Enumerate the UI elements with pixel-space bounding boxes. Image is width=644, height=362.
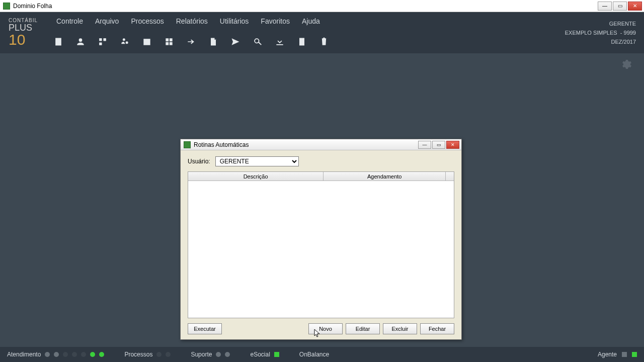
tool-calculator-icon[interactable] bbox=[294, 34, 310, 50]
editar-button[interactable]: Editar bbox=[346, 323, 380, 334]
outer-close-button[interactable]: ✕ bbox=[628, 2, 642, 11]
tool-document-icon[interactable] bbox=[205, 34, 221, 50]
toolbar bbox=[46, 30, 564, 53]
app-icon bbox=[3, 3, 10, 10]
tool-search-icon[interactable] bbox=[250, 34, 266, 50]
logo-line3: 10 bbox=[9, 32, 38, 47]
menu-arquivo[interactable]: Arquivo bbox=[89, 14, 125, 28]
dialog-maximize-button[interactable]: ▭ bbox=[432, 141, 445, 149]
user-select[interactable]: GERENTE bbox=[215, 156, 299, 166]
tool-building-icon[interactable] bbox=[50, 34, 66, 50]
status-suporte[interactable]: Suporte bbox=[191, 351, 230, 358]
gear-icon[interactable] bbox=[620, 58, 632, 70]
user-block: GERENTE EXEMPLO SIMPLES - 9999 DEZ/2017 bbox=[564, 12, 644, 53]
user-company-row: EXEMPLO SIMPLES - 9999 bbox=[565, 30, 636, 36]
tool-calendar-icon[interactable] bbox=[139, 34, 155, 50]
menu-controle[interactable]: Controle bbox=[50, 14, 89, 28]
status-esocial[interactable]: eSocial bbox=[250, 351, 279, 358]
grid-header: Descrição Agendamento bbox=[188, 172, 454, 181]
svg-rect-0 bbox=[99, 38, 102, 41]
menu-favoritos[interactable]: Favoritos bbox=[255, 14, 296, 28]
executar-button[interactable]: Executar bbox=[188, 323, 222, 334]
user-period: DEZ/2017 bbox=[611, 39, 636, 45]
tool-plane-icon[interactable] bbox=[227, 34, 244, 50]
logo: CONTÁBIL PLUS 10 bbox=[0, 12, 46, 53]
svg-rect-2 bbox=[99, 43, 102, 45]
outer-minimize-button[interactable]: — bbox=[598, 2, 612, 11]
menu-processos[interactable]: Processos bbox=[125, 14, 170, 28]
outer-maximize-button[interactable]: ▭ bbox=[613, 2, 627, 11]
novo-button[interactable]: Novo bbox=[308, 323, 343, 334]
status-processos[interactable]: Processos bbox=[124, 351, 171, 358]
col-agendamento[interactable]: Agendamento bbox=[324, 172, 446, 180]
col-descricao[interactable]: Descrição bbox=[188, 172, 324, 180]
col-spacer bbox=[446, 172, 454, 180]
routines-grid[interactable]: Descrição Agendamento bbox=[188, 171, 454, 318]
menu-utilitarios[interactable]: Utilitários bbox=[214, 14, 255, 28]
tool-person-icon[interactable] bbox=[72, 34, 89, 50]
dialog-title: Rotinas Automáticas bbox=[194, 141, 249, 148]
dialog-close-button[interactable]: ✕ bbox=[446, 141, 459, 149]
tool-network-icon[interactable] bbox=[95, 34, 111, 50]
status-agente[interactable]: Agente bbox=[598, 351, 637, 358]
menu-relatorios[interactable]: Relatórios bbox=[170, 14, 214, 28]
status-onbalance[interactable]: OnBalance bbox=[299, 351, 329, 358]
dialog-icon bbox=[184, 141, 191, 148]
menu-ajuda[interactable]: Ajuda bbox=[296, 14, 326, 28]
rotinas-automaticas-dialog: Rotinas Automáticas — ▭ ✕ Usuário: GEREN… bbox=[180, 139, 462, 340]
tool-grid-icon[interactable] bbox=[161, 34, 177, 50]
workspace: Rotinas Automáticas — ▭ ✕ Usuário: GEREN… bbox=[0, 53, 644, 347]
user-role: GERENTE bbox=[609, 21, 636, 27]
tool-person-search-icon[interactable] bbox=[117, 34, 133, 50]
dialog-titlebar[interactable]: Rotinas Automáticas — ▭ ✕ bbox=[181, 139, 461, 150]
status-bar: Atendimento Processos Suporte eSocial On… bbox=[0, 347, 644, 362]
fechar-button[interactable]: Fechar bbox=[420, 323, 454, 334]
excluir-button[interactable]: Excluir bbox=[383, 323, 417, 334]
outer-window-titlebar: Dominio Folha — ▭ ✕ bbox=[0, 0, 644, 12]
tool-trash-icon[interactable] bbox=[316, 34, 332, 50]
grid-body bbox=[188, 181, 454, 318]
tool-arrow-right-icon[interactable] bbox=[183, 34, 199, 50]
outer-window-title: Dominio Folha bbox=[13, 3, 52, 10]
menu-bar: Controle Arquivo Processos Relatórios Ut… bbox=[46, 12, 564, 30]
dialog-minimize-button[interactable]: — bbox=[418, 141, 431, 149]
user-label: Usuário: bbox=[188, 158, 210, 165]
status-atendimento[interactable]: Atendimento bbox=[7, 351, 104, 358]
app-header: CONTÁBIL PLUS 10 Controle Arquivo Proces… bbox=[0, 12, 644, 53]
svg-rect-1 bbox=[104, 38, 106, 41]
tool-download-icon[interactable] bbox=[272, 34, 288, 50]
